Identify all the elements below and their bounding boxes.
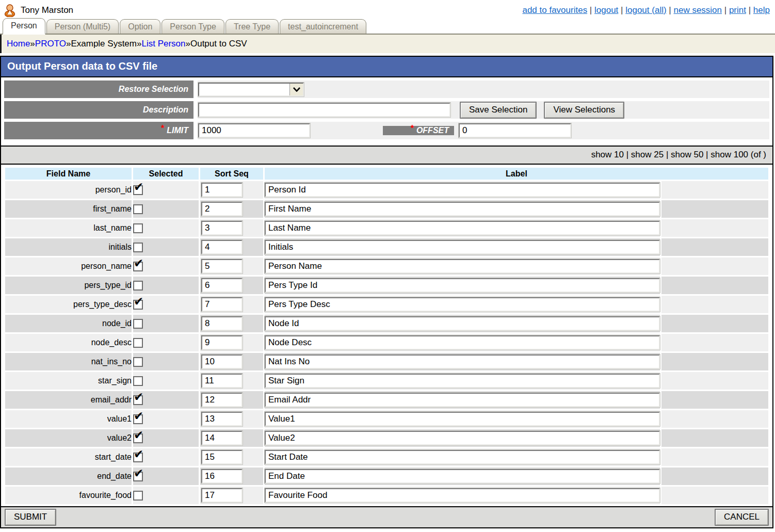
submit-button[interactable]: SUBMIT [5, 509, 56, 526]
sort-seq-input-last_name[interactable] [201, 221, 243, 235]
sort-seq-input-node_id[interactable] [201, 316, 243, 331]
breadcrumb-link-list-person[interactable]: List Person [141, 39, 185, 49]
breadcrumb-text-output-to-csv: Output to CSV [190, 39, 247, 49]
selected-checkbox-star_sign[interactable] [133, 376, 143, 386]
selected-checkbox-pers_type_id[interactable] [133, 281, 143, 291]
selected-checkbox-first_name[interactable] [133, 204, 143, 214]
table-row-person_id: person_id [5, 181, 768, 199]
tab-person-type[interactable]: Person Type [162, 19, 224, 34]
sort-seq-input-email_addr[interactable] [201, 393, 243, 407]
selected-checkbox-pers_type_desc[interactable] [133, 300, 143, 310]
header-link-logout[interactable]: logout [594, 5, 618, 15]
sort-seq-input-favourite_food[interactable] [201, 488, 243, 503]
label-input-person_name[interactable] [265, 259, 660, 273]
label-input-initials[interactable] [265, 240, 660, 254]
show-10-link[interactable]: show 10 [591, 150, 624, 159]
show-100-of-link[interactable]: show 100 (of ) [711, 150, 766, 159]
breadcrumb-link-proto[interactable]: PROTO [35, 39, 66, 49]
limit-input[interactable] [198, 123, 310, 138]
label-input-star_sign[interactable] [265, 374, 660, 388]
selected-checkbox-favourite_food[interactable] [133, 491, 143, 501]
label-input-pers_type_desc[interactable] [265, 297, 660, 312]
offset-input[interactable] [459, 123, 571, 138]
label-input-value2[interactable] [265, 431, 660, 445]
tab-person-multi5[interactable]: Person (Multi5) [46, 19, 119, 34]
sort-seq-input-pers_type_desc[interactable] [201, 297, 243, 312]
show-25-link[interactable]: show 25 [631, 150, 664, 159]
link-separator: | [746, 5, 753, 15]
sort-seq-input-person_id[interactable] [201, 183, 243, 197]
label-input-node_id[interactable] [265, 316, 660, 331]
label-input-email_addr[interactable] [265, 393, 660, 407]
header-link-new-session[interactable]: new session [673, 5, 722, 15]
selected-checkbox-end_date[interactable] [133, 472, 143, 481]
selected-checkbox-nat_ins_no[interactable] [133, 357, 143, 367]
sort-seq-cell-star_sign [200, 372, 263, 390]
table-row-initials: initials [5, 238, 768, 256]
table-row-pers_type_desc: pers_type_desc [5, 296, 768, 313]
field-table-header-row: Field Name Selected Sort Seq Label [5, 168, 768, 180]
table-row-email_addr: email_addr [5, 391, 768, 409]
tab-test-autoincrement[interactable]: test_autoincrement [280, 19, 366, 34]
trailing-cell-node_id [661, 315, 768, 332]
breadcrumb-link-home[interactable]: Home [7, 39, 30, 49]
field-name-start_date: start_date [5, 448, 132, 466]
view-selections-button[interactable]: View Selections [544, 102, 624, 119]
sort-seq-input-value2[interactable] [201, 431, 243, 445]
tab-tree-type[interactable]: Tree Type [225, 19, 279, 34]
selected-checkbox-value2[interactable] [133, 433, 143, 443]
sort-seq-input-initials[interactable] [201, 240, 243, 254]
selected-checkbox-node_desc[interactable] [133, 338, 143, 348]
selected-checkbox-last_name[interactable] [133, 223, 143, 233]
chevron-down-icon[interactable] [289, 84, 303, 95]
sort-seq-input-start_date[interactable] [201, 450, 243, 464]
show-50-link[interactable]: show 50 [671, 150, 703, 159]
label-input-value1[interactable] [265, 412, 660, 426]
selected-checkbox-start_date[interactable] [133, 453, 143, 462]
selected-checkbox-person_name[interactable] [133, 262, 143, 271]
selected-checkbox-value1[interactable] [133, 414, 143, 424]
label-input-node_desc[interactable] [265, 335, 660, 350]
sort-seq-input-pers_type_id[interactable] [201, 278, 243, 293]
tab-option[interactable]: Option [120, 19, 160, 34]
label-input-first_name[interactable] [265, 202, 660, 216]
label-cell-value1 [265, 410, 660, 428]
sort-seq-cell-pers_type_id [200, 277, 263, 294]
label-input-nat_ins_no[interactable] [265, 354, 660, 369]
sort-seq-input-node_desc[interactable] [201, 335, 243, 350]
sort-seq-input-person_name[interactable] [201, 259, 243, 273]
sort-seq-input-star_sign[interactable] [201, 374, 243, 388]
sort-seq-cell-favourite_food [200, 487, 263, 504]
cancel-button[interactable]: CANCEL [715, 509, 769, 526]
label-cell-first_name [265, 200, 660, 218]
selected-checkbox-person_id[interactable] [133, 185, 143, 195]
sort-seq-input-end_date[interactable] [201, 469, 243, 483]
selected-checkbox-initials[interactable] [133, 243, 143, 252]
header-link-add-to-favourites[interactable]: add to favourites [522, 5, 587, 15]
tab-strip: PersonPerson (Multi5)OptionPerson TypeTr… [0, 19, 775, 35]
sort-seq-input-first_name[interactable] [201, 202, 243, 216]
tab-person[interactable]: Person [3, 18, 45, 35]
header-link-logout-all[interactable]: logout (all) [625, 5, 666, 15]
label-input-start_date[interactable] [265, 450, 660, 464]
label-input-person_id[interactable] [265, 183, 660, 197]
label-cell-pers_type_id [265, 277, 660, 294]
save-selection-button[interactable]: Save Selection [460, 102, 537, 119]
sort-seq-input-nat_ins_no[interactable] [201, 354, 243, 369]
column-header-sort-seq: Sort Seq [200, 168, 263, 180]
header-link-print[interactable]: print [729, 5, 746, 15]
selected-cell-node_id [133, 315, 199, 332]
label-input-pers_type_id[interactable] [265, 278, 660, 293]
label-input-last_name[interactable] [265, 221, 660, 235]
selected-checkbox-email_addr[interactable] [133, 395, 143, 405]
selected-checkbox-node_id[interactable] [133, 319, 143, 329]
field-name-pers_type_desc: pers_type_desc [5, 296, 132, 313]
sort-seq-input-value1[interactable] [201, 412, 243, 426]
label-input-favourite_food[interactable] [265, 488, 660, 503]
header-link-help[interactable]: help [753, 5, 770, 15]
label-input-end_date[interactable] [265, 469, 660, 483]
table-row-node_desc: node_desc [5, 334, 768, 351]
description-input[interactable] [198, 103, 450, 117]
field-name-first_name: first_name [5, 200, 132, 218]
restore-selection-select[interactable] [198, 83, 304, 96]
